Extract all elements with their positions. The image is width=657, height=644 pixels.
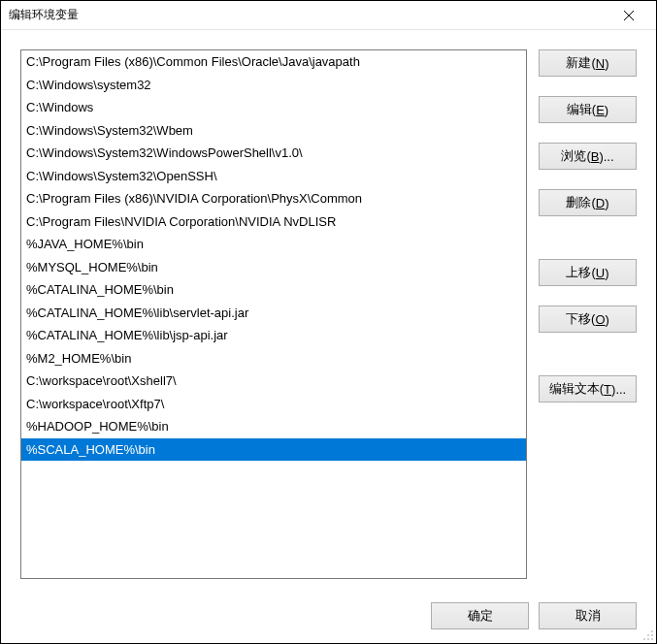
move-up-button[interactable]: 上移(U) — [539, 259, 637, 286]
svg-point-7 — [651, 638, 653, 640]
list-item[interactable]: %CATALINA_HOME%\lib\servlet-api.jar — [21, 302, 526, 325]
list-item[interactable]: C:\workspace\root\Xshell7\ — [21, 370, 526, 393]
svg-point-6 — [647, 638, 649, 640]
edit-button[interactable]: 编辑(E) — [539, 96, 637, 123]
svg-point-3 — [647, 634, 649, 636]
list-item[interactable]: %CATALINA_HOME%\bin — [21, 278, 526, 302]
resize-grip-icon[interactable] — [642, 629, 654, 641]
svg-point-5 — [643, 638, 645, 640]
delete-button[interactable]: 删除(D) — [539, 189, 637, 216]
close-button[interactable] — [609, 1, 648, 30]
list-item[interactable]: %JAVA_HOME%\bin — [21, 233, 526, 256]
list-item[interactable]: %CATALINA_HOME%\lib\jsp-api.jar — [21, 324, 526, 347]
ok-button[interactable]: 确定 — [431, 602, 529, 629]
list-item[interactable]: C:\Windows\System32\OpenSSH\ — [21, 165, 526, 188]
list-item[interactable]: C:\Program Files\NVIDIA Corporation\NVID… — [21, 210, 526, 234]
list-item[interactable]: C:\Program Files (x86)\NVIDIA Corporatio… — [21, 187, 526, 210]
svg-point-2 — [651, 630, 653, 632]
edit-text-button[interactable]: 编辑文本(T)... — [539, 375, 637, 402]
list-item[interactable]: %HADOOP_HOME%\bin — [21, 415, 526, 438]
move-down-button[interactable]: 下移(O) — [539, 306, 637, 333]
list-item[interactable]: C:\workspace\root\Xftp7\ — [21, 393, 526, 416]
svg-point-4 — [651, 634, 653, 636]
list-item[interactable]: %MYSQL_HOME%\bin — [21, 256, 526, 279]
list-item[interactable]: C:\Windows\System32\Wbem — [21, 119, 526, 143]
list-item[interactable]: C:\Windows\system32 — [21, 74, 526, 97]
side-buttons: 新建(N) 编辑(E) 浏览(B)... 删除(D) 上移(U) — [539, 49, 637, 579]
dialog-footer: 确定 取消 — [1, 589, 656, 643]
path-listbox[interactable]: C:\Program Files (x86)\Common Files\Orac… — [20, 49, 527, 579]
list-item[interactable]: C:\Windows — [21, 96, 526, 119]
new-button[interactable]: 新建(N) — [539, 49, 637, 77]
list-item[interactable]: %SCALA_HOME%\bin — [21, 438, 526, 462]
window-title: 编辑环境变量 — [9, 7, 609, 23]
list-item[interactable]: %M2_HOME%\bin — [21, 347, 526, 370]
close-icon — [624, 11, 634, 20]
title-bar: 编辑环境变量 — [1, 1, 656, 30]
cancel-button[interactable]: 取消 — [539, 602, 637, 629]
list-item[interactable]: C:\Windows\System32\WindowsPowerShell\v1… — [21, 142, 526, 165]
browse-button[interactable]: 浏览(B)... — [539, 143, 637, 170]
list-item[interactable]: C:\Program Files (x86)\Common Files\Orac… — [21, 50, 526, 74]
